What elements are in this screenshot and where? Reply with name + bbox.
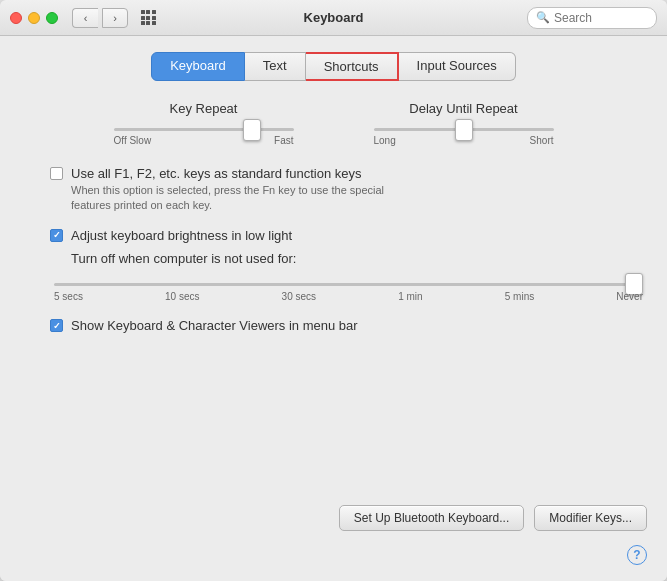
fn-keys-label: Use all F1, F2, etc. keys as standard fu…: [71, 166, 384, 181]
nav-buttons: ‹ ›: [72, 8, 128, 28]
tab-shortcuts[interactable]: Shortcuts: [306, 52, 399, 81]
back-button[interactable]: ‹: [72, 8, 98, 28]
brightness-section: Adjust keyboard brightness in low light …: [50, 228, 647, 306]
window-title: Keyboard: [304, 10, 364, 25]
delay-short-label: Short: [530, 135, 554, 146]
bluetooth-button[interactable]: Set Up Bluetooth Keyboard...: [339, 505, 524, 531]
window: ‹ › Keyboard 🔍 Keyboard Text Shortcuts I…: [0, 0, 667, 581]
help-area: ?: [20, 545, 647, 565]
tab-bar: Keyboard Text Shortcuts Input Sources: [20, 52, 647, 81]
key-repeat-end-labels: Off Slow Fast: [114, 135, 294, 146]
key-repeat-fast-label: Fast: [274, 135, 293, 146]
turnoff-label: Turn off when computer is not used for:: [71, 251, 647, 266]
brightness-label: Adjust keyboard brightness in low light: [71, 228, 292, 243]
search-box[interactable]: 🔍: [527, 7, 657, 29]
show-keyboard-checkbox[interactable]: [50, 319, 63, 332]
modifier-button[interactable]: Modifier Keys...: [534, 505, 647, 531]
tick-5mins: 5 mins: [505, 291, 534, 302]
turnoff-slider-container: 5 secs 10 secs 30 secs 1 min 5 mins Neve…: [50, 274, 647, 302]
tick-1min: 1 min: [398, 291, 422, 302]
tab-keyboard[interactable]: Keyboard: [151, 52, 245, 81]
key-repeat-group: Key Repeat Off Slow Fast: [114, 101, 294, 146]
fn-keys-row: Use all F1, F2, etc. keys as standard fu…: [50, 166, 647, 214]
delay-repeat-end-labels: Long Short: [374, 135, 554, 146]
fn-keys-text: Use all F1, F2, etc. keys as standard fu…: [71, 166, 384, 214]
forward-button[interactable]: ›: [102, 8, 128, 28]
brightness-row: Adjust keyboard brightness in low light: [50, 228, 647, 243]
fn-keys-sublabel: When this option is selected, press the …: [71, 183, 384, 214]
help-button[interactable]: ?: [627, 545, 647, 565]
close-button[interactable]: [10, 12, 22, 24]
bottom-buttons: Set Up Bluetooth Keyboard... Modifier Ke…: [20, 505, 647, 541]
show-keyboard-label: Show Keyboard & Character Viewers in men…: [71, 318, 358, 333]
minimize-button[interactable]: [28, 12, 40, 24]
tick-5secs: 5 secs: [54, 291, 83, 302]
tick-10secs: 10 secs: [165, 291, 199, 302]
brightness-checkbox[interactable]: [50, 229, 63, 242]
key-repeat-slider[interactable]: [114, 128, 294, 131]
show-keyboard-row: Show Keyboard & Character Viewers in men…: [50, 318, 647, 333]
fn-keys-section: Use all F1, F2, etc. keys as standard fu…: [50, 166, 647, 214]
delay-repeat-label: Delay Until Repeat: [409, 101, 517, 116]
traffic-lights: [10, 12, 58, 24]
maximize-button[interactable]: [46, 12, 58, 24]
fn-keys-checkbox[interactable]: [50, 167, 63, 180]
search-input[interactable]: [554, 11, 648, 25]
turnoff-slider[interactable]: [54, 283, 643, 286]
tick-never: Never: [616, 291, 643, 302]
key-repeat-off-label: Off Slow: [114, 135, 152, 146]
grid-icon: [141, 10, 156, 25]
sliders-section: Key Repeat Off Slow Fast Delay Until Rep…: [20, 101, 647, 146]
key-repeat-label: Key Repeat: [170, 101, 238, 116]
search-icon: 🔍: [536, 11, 550, 24]
tab-input-sources[interactable]: Input Sources: [399, 52, 516, 81]
titlebar: ‹ › Keyboard 🔍: [0, 0, 667, 36]
delay-long-label: Long: [374, 135, 396, 146]
tab-text[interactable]: Text: [245, 52, 306, 81]
delay-repeat-group: Delay Until Repeat Long Short: [374, 101, 554, 146]
delay-repeat-slider[interactable]: [374, 128, 554, 131]
grid-button[interactable]: [138, 8, 158, 28]
tick-30secs: 30 secs: [282, 291, 316, 302]
main-content: Keyboard Text Shortcuts Input Sources Ke…: [0, 36, 667, 581]
